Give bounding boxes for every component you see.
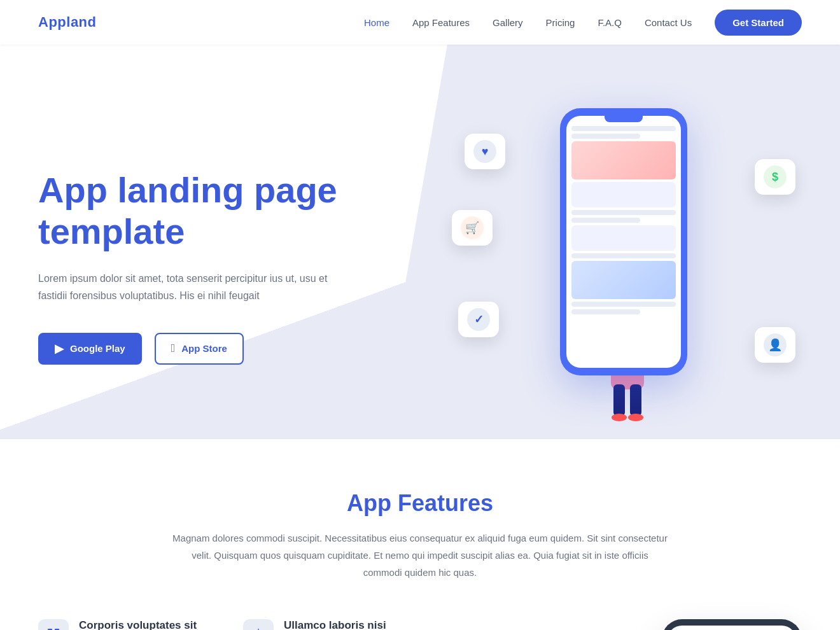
get-started-button[interactable]: Get Started [715,10,802,36]
phone-ui-bar-7 [571,309,640,314]
nav-link-pricing[interactable]: Pricing [546,17,575,28]
svg-rect-3 [613,384,625,416]
phone-ui-block-2 [571,225,676,251]
svg-point-8 [628,414,643,421]
features-section: App Features Magnam dolores commodi susc… [0,439,840,630]
phone-ui-image-2 [571,261,676,299]
phone-screen [566,116,681,368]
app-store-label: App Store [181,343,227,354]
phone-ui-bar-2 [571,134,640,139]
nav-links: Home App Features Gallery Pricing F.A.Q … [364,10,802,36]
navbar: Appland Home App Features Gallery Pricin… [0,0,840,45]
svg-rect-4 [630,384,641,416]
features-grid: Corporis voluptates sit Consequuntur sun… [38,619,410,630]
hero-illustration: ♥ $ 👤 🛒 ✓ [445,95,802,439]
hero-subtitle: Lorem ipsum dolor sit amet, tota senseri… [38,270,356,304]
app-store-button[interactable]:  App Store [155,333,244,365]
phone-ui-bar-1 [571,126,676,131]
features-phone-mockup [662,619,802,630]
phone-notch [605,116,643,122]
phone-ui-image [571,141,676,179]
hero-content: App landing page template Lorem ipsum do… [38,170,395,364]
dollar-icon: $ [764,165,787,188]
float-card-dollar: $ [755,159,795,195]
features-section-title: App Features [38,490,802,517]
feature-text-2: Ullamco laboris nisi Excepteur sint occa… [284,619,407,630]
nav-logo: Appland [38,14,97,31]
google-play-button[interactable]: ▶ Google Play [38,333,142,365]
nav-link-gallery[interactable]: Gallery [493,17,523,28]
phone-ui-bar-4 [571,218,640,223]
features-phone-screen [667,626,797,630]
float-card-check: ✓ [458,302,499,337]
nav-link-home[interactable]: Home [364,17,389,28]
features-section-subtitle: Magnam dolores commodi suscipit. Necessi… [172,529,668,581]
float-card-cart: 🛒 [452,210,493,246]
feature-item-1: Corporis voluptates sit Consequuntur sun… [38,619,205,630]
svg-point-7 [612,414,627,421]
float-card-user: 👤 [755,327,795,363]
hero-buttons: ▶ Google Play  App Store [38,333,395,365]
hero-section: App landing page template Lorem ipsum do… [0,45,840,439]
feature-icon-1 [38,619,69,630]
google-play-icon: ▶ [55,342,64,356]
heart-icon: ♥ [473,140,496,163]
phone-mockup [560,108,687,375]
phone-ui-bar-3 [571,210,676,215]
feature-title-2: Ullamco laboris nisi [284,619,407,630]
feature-text-1: Corporis voluptates sit Consequuntur sun… [79,619,205,630]
float-card-heart: ♥ [465,134,505,169]
check-icon: ✓ [467,308,490,331]
feature-title-1: Corporis voluptates sit [79,619,205,630]
phone-ui-block-1 [571,182,676,207]
nav-link-app-features[interactable]: App Features [412,17,470,28]
feature-item-2: Ullamco laboris nisi Excepteur sint occa… [243,619,410,630]
nav-link-faq[interactable]: F.A.Q [598,17,622,28]
apple-icon:  [171,342,176,355]
hero-title: App landing page template [38,170,395,252]
features-main-wrap: Corporis voluptates sit Consequuntur sun… [38,619,802,630]
phone-ui-bar-5 [571,253,676,258]
feature-icon-2 [243,619,274,630]
google-play-label: Google Play [70,343,125,354]
phone-ui-bar-6 [571,302,676,307]
cart-icon: 🛒 [461,216,484,239]
nav-link-contact[interactable]: Contact Us [645,17,692,28]
user-icon: 👤 [764,333,787,356]
